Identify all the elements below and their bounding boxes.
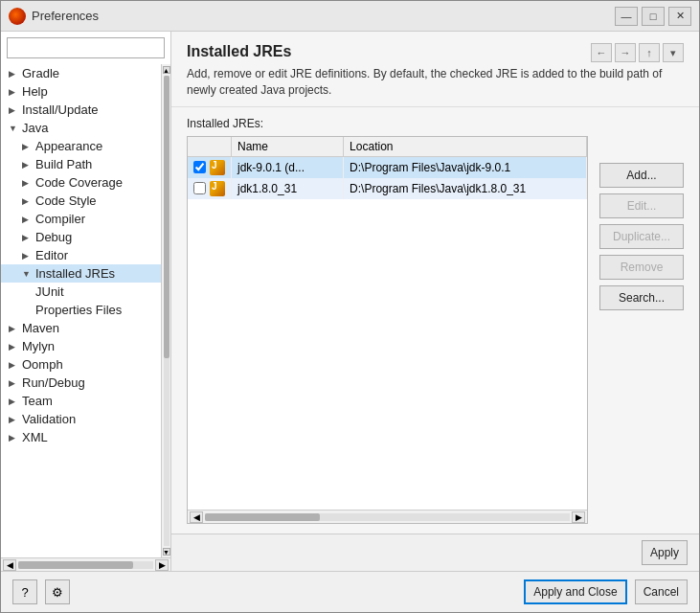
sidebar-item-install-update[interactable]: ▶ Install/Update xyxy=(1,101,161,119)
app-icon xyxy=(9,8,26,25)
table-section-label: Installed JREs: xyxy=(187,117,684,130)
expand-arrow-appearance: ▶ xyxy=(22,142,34,151)
expand-arrow-code-style: ▶ xyxy=(22,196,34,206)
row2-check-cell xyxy=(188,178,232,199)
expand-arrow-oomph: ▶ xyxy=(9,360,20,370)
window-controls: — □ ✕ xyxy=(615,7,691,26)
expand-arrow-compiler: ▶ xyxy=(22,215,34,224)
title-bar: Preferences — □ ✕ xyxy=(1,1,699,32)
edit-button[interactable]: Edit... xyxy=(599,193,684,218)
sidebar-item-java[interactable]: ▼ Java xyxy=(1,119,161,137)
table-header: Name Location xyxy=(188,137,587,157)
search-button[interactable]: Search... xyxy=(599,285,684,310)
settings-button[interactable]: ⚙ xyxy=(45,579,70,604)
row1-checkbox[interactable] xyxy=(193,161,206,173)
sidebar-item-label-junit: JUnit xyxy=(35,284,64,299)
sidebar-hscroll-left[interactable]: ◀ xyxy=(3,559,16,571)
sidebar-item-label-build-path: Build Path xyxy=(35,157,92,171)
sidebar-item-validation[interactable]: ▶ Validation xyxy=(1,410,161,428)
nav-dropdown-button[interactable]: ▾ xyxy=(663,43,684,62)
sidebar-scroll-up[interactable]: ▲ xyxy=(163,66,170,74)
main-header: Installed JREs ← → ↑ ▾ Add, remove or ed… xyxy=(171,32,699,107)
row2-checkbox[interactable] xyxy=(193,182,206,194)
col-name: Name xyxy=(232,137,344,157)
table-row[interactable]: jdk1.8.0_31 D:\Program Files\Java\jdk1.8… xyxy=(188,178,587,199)
sidebar-search-input[interactable] xyxy=(7,37,165,58)
expand-arrow-install: ▶ xyxy=(9,105,20,115)
sidebar-item-appearance[interactable]: ▶ Appearance xyxy=(1,137,161,155)
sidebar: ▶ Gradle ▶ Help ▶ Install/Update xyxy=(1,32,171,571)
sidebar-item-editor[interactable]: ▶ Editor xyxy=(1,246,161,264)
sidebar-item-code-coverage[interactable]: ▶ Code Coverage xyxy=(1,173,161,192)
sidebar-item-label-debug: Debug xyxy=(35,230,72,244)
nav-up-button[interactable]: ↑ xyxy=(639,43,660,62)
sidebar-item-debug[interactable]: ▶ Debug xyxy=(1,228,161,246)
sidebar-hscroll-thumb[interactable] xyxy=(18,561,133,569)
apply-button[interactable]: Apply xyxy=(642,540,688,565)
main-description: Add, remove or edit JRE definitions. By … xyxy=(187,66,684,99)
add-button[interactable]: Add... xyxy=(599,163,684,188)
sidebar-scroll-down[interactable]: ▼ xyxy=(163,548,170,556)
sidebar-item-run-debug[interactable]: ▶ Run/Debug xyxy=(1,374,161,392)
sidebar-item-oomph[interactable]: ▶ Oomph xyxy=(1,355,161,374)
sidebar-scroll-thumb[interactable] xyxy=(164,76,169,358)
close-button[interactable]: ✕ xyxy=(668,7,691,26)
cancel-button[interactable]: Cancel xyxy=(635,579,688,604)
table-area: Name Location xyxy=(187,136,684,524)
sidebar-item-xml[interactable]: ▶ XML xyxy=(1,428,161,446)
main-body: Installed JREs: Name Location xyxy=(171,107,699,534)
col-location: Location xyxy=(344,137,587,157)
main-content: Installed JREs ← → ↑ ▾ Add, remove or ed… xyxy=(171,32,699,571)
sidebar-item-label-gradle: Gradle xyxy=(22,66,59,80)
window-body: ▶ Gradle ▶ Help ▶ Install/Update xyxy=(1,32,699,571)
expand-arrow-team: ▶ xyxy=(9,397,20,406)
expand-arrow-help: ▶ xyxy=(9,87,20,97)
help-button[interactable]: ? xyxy=(12,579,37,604)
nav-back-button[interactable]: ← xyxy=(591,43,612,62)
sidebar-item-code-style[interactable]: ▶ Code Style xyxy=(1,192,161,210)
sidebar-item-properties-files[interactable]: ▶ Properties Files xyxy=(1,301,161,319)
sidebar-scroll-track xyxy=(164,76,169,546)
action-buttons: Add... Edit... Duplicate... Remove Searc… xyxy=(588,136,684,524)
table-hscroll-thumb[interactable] xyxy=(205,513,320,521)
sidebar-item-label-oomph: Oomph xyxy=(22,357,63,372)
sidebar-item-label-compiler: Compiler xyxy=(35,212,85,226)
duplicate-button[interactable]: Duplicate... xyxy=(599,224,684,249)
sidebar-item-junit[interactable]: ▶ JUnit xyxy=(1,283,161,301)
sidebar-item-help[interactable]: ▶ Help xyxy=(1,82,161,101)
table-header-row: Name Location xyxy=(188,137,587,157)
sidebar-item-build-path[interactable]: ▶ Build Path xyxy=(1,155,161,173)
sidebar-item-maven[interactable]: ▶ Maven xyxy=(1,319,161,337)
sidebar-item-label-mylyn: Mylyn xyxy=(22,339,55,353)
sidebar-item-team[interactable]: ▶ Team xyxy=(1,392,161,410)
sidebar-item-label-installed-jres: Installed JREs xyxy=(35,266,115,281)
expand-arrow-validation: ▶ xyxy=(9,415,20,424)
footer-left: ? ⚙ xyxy=(12,579,70,604)
table-hscroll-right[interactable]: ▶ xyxy=(572,511,585,523)
row2-name: jdk1.8.0_31 xyxy=(232,178,344,199)
expand-arrow-installed-jres: ▼ xyxy=(22,269,34,279)
expand-arrow-xml: ▶ xyxy=(9,433,20,443)
apply-and-close-button[interactable]: Apply and Close xyxy=(524,579,626,604)
minimize-button[interactable]: — xyxy=(615,7,638,26)
table-scroll-area: Name Location xyxy=(188,137,587,510)
sidebar-item-installed-jres[interactable]: ▼ Installed JREs xyxy=(1,264,161,283)
sidebar-vscrollbar[interactable]: ▲ ▼ xyxy=(161,64,170,557)
sidebar-item-gradle[interactable]: ▶ Gradle xyxy=(1,64,161,82)
maximize-button[interactable]: □ xyxy=(642,7,665,26)
jre-icon-2 xyxy=(210,181,225,196)
remove-button[interactable]: Remove xyxy=(599,255,684,280)
sidebar-item-label-install: Install/Update xyxy=(22,102,99,117)
page-title: Installed JREs xyxy=(187,43,291,60)
sidebar-item-mylyn[interactable]: ▶ Mylyn xyxy=(1,337,161,355)
col-check xyxy=(188,137,232,157)
expand-arrow-maven: ▶ xyxy=(9,324,20,333)
sidebar-hscroll-right[interactable]: ▶ xyxy=(155,559,169,571)
table-hscroll-left[interactable]: ◀ xyxy=(190,511,203,523)
sidebar-item-compiler[interactable]: ▶ Compiler xyxy=(1,210,161,228)
expand-arrow-java: ▼ xyxy=(9,124,20,133)
sidebar-item-label-code-style: Code Style xyxy=(35,193,97,208)
row1-name: jdk-9.0.1 (d... xyxy=(232,156,344,178)
table-row[interactable]: jdk-9.0.1 (d... D:\Program Files\Java\jd… xyxy=(188,156,587,178)
nav-forward-button[interactable]: → xyxy=(615,43,636,62)
